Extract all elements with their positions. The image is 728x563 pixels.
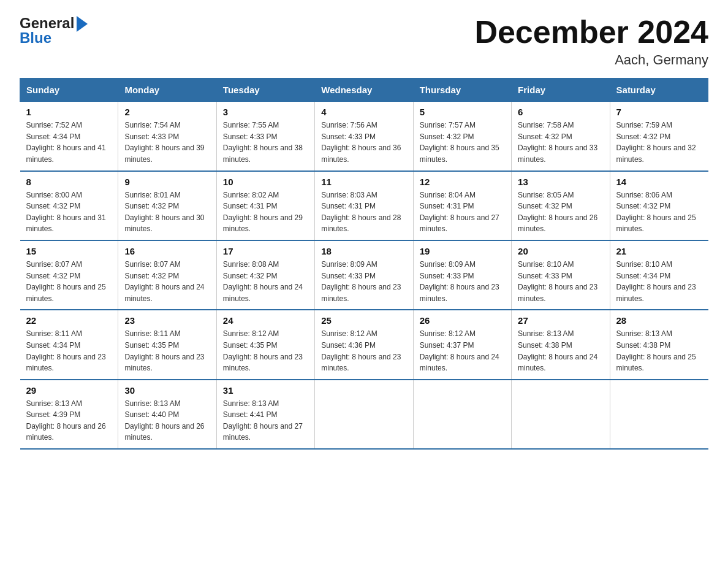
day-number: 5 bbox=[420, 107, 505, 117]
calendar-cell: 18Sunrise: 8:09 AMSunset: 4:33 PMDayligh… bbox=[315, 240, 413, 310]
day-number: 25 bbox=[321, 315, 406, 326]
day-number: 7 bbox=[616, 107, 702, 117]
day-info: Sunrise: 8:09 AMSunset: 4:33 PMDaylight:… bbox=[321, 259, 406, 304]
day-info: Sunrise: 7:55 AMSunset: 4:33 PMDaylight:… bbox=[223, 120, 308, 165]
page-header: General Blue December 2024 Aach, Germany bbox=[20, 15, 708, 68]
day-number: 28 bbox=[616, 315, 702, 326]
day-number: 10 bbox=[223, 177, 308, 187]
day-number: 11 bbox=[321, 177, 406, 187]
weekday-header-saturday: Saturday bbox=[610, 79, 708, 102]
day-info: Sunrise: 7:52 AMSunset: 4:34 PMDaylight:… bbox=[26, 120, 112, 165]
location: Aach, Germany bbox=[474, 52, 708, 68]
weekday-header-wednesday: Wednesday bbox=[315, 79, 413, 102]
day-number: 6 bbox=[518, 107, 603, 117]
day-number: 19 bbox=[420, 246, 505, 256]
calendar-cell bbox=[610, 380, 708, 449]
day-number: 18 bbox=[321, 246, 406, 256]
title-block: December 2024 Aach, Germany bbox=[474, 15, 708, 68]
calendar-cell: 19Sunrise: 8:09 AMSunset: 4:33 PMDayligh… bbox=[413, 240, 511, 310]
calendar-cell: 26Sunrise: 8:12 AMSunset: 4:37 PMDayligh… bbox=[413, 310, 511, 379]
weekday-header-thursday: Thursday bbox=[413, 79, 511, 102]
day-number: 16 bbox=[124, 246, 210, 256]
calendar-cell: 29Sunrise: 8:13 AMSunset: 4:39 PMDayligh… bbox=[20, 380, 118, 449]
day-number: 17 bbox=[223, 246, 308, 256]
day-info: Sunrise: 7:56 AMSunset: 4:33 PMDaylight:… bbox=[321, 120, 406, 165]
day-info: Sunrise: 8:02 AMSunset: 4:31 PMDaylight:… bbox=[223, 190, 308, 235]
calendar-cell: 7Sunrise: 7:59 AMSunset: 4:32 PMDaylight… bbox=[610, 102, 708, 171]
day-number: 12 bbox=[420, 177, 505, 187]
day-info: Sunrise: 7:57 AMSunset: 4:32 PMDaylight:… bbox=[420, 120, 505, 165]
calendar-cell: 27Sunrise: 8:13 AMSunset: 4:38 PMDayligh… bbox=[512, 310, 610, 379]
day-info: Sunrise: 8:03 AMSunset: 4:31 PMDaylight:… bbox=[321, 190, 406, 235]
day-number: 24 bbox=[223, 315, 308, 326]
weekday-header-sunday: Sunday bbox=[20, 79, 118, 102]
logo-blue-text: Blue bbox=[20, 29, 51, 47]
calendar-cell: 22Sunrise: 8:11 AMSunset: 4:34 PMDayligh… bbox=[20, 310, 118, 379]
logo: General Blue bbox=[20, 15, 88, 47]
calendar-cell: 8Sunrise: 8:00 AMSunset: 4:32 PMDaylight… bbox=[20, 171, 118, 240]
calendar-cell: 4Sunrise: 7:56 AMSunset: 4:33 PMDaylight… bbox=[315, 102, 413, 171]
day-number: 9 bbox=[124, 177, 210, 187]
month-title: December 2024 bbox=[474, 15, 708, 50]
day-number: 4 bbox=[321, 107, 406, 117]
day-info: Sunrise: 8:12 AMSunset: 4:35 PMDaylight:… bbox=[223, 328, 308, 373]
day-number: 21 bbox=[616, 246, 702, 256]
day-info: Sunrise: 8:09 AMSunset: 4:33 PMDaylight:… bbox=[420, 259, 505, 304]
day-info: Sunrise: 8:08 AMSunset: 4:32 PMDaylight:… bbox=[223, 259, 308, 304]
calendar-cell: 1Sunrise: 7:52 AMSunset: 4:34 PMDaylight… bbox=[20, 102, 118, 171]
calendar-cell: 5Sunrise: 7:57 AMSunset: 4:32 PMDaylight… bbox=[413, 102, 511, 171]
day-number: 8 bbox=[26, 177, 112, 187]
calendar-cell: 12Sunrise: 8:04 AMSunset: 4:31 PMDayligh… bbox=[413, 171, 511, 240]
day-info: Sunrise: 8:11 AMSunset: 4:34 PMDaylight:… bbox=[26, 328, 112, 373]
day-info: Sunrise: 8:13 AMSunset: 4:38 PMDaylight:… bbox=[616, 328, 702, 373]
day-info: Sunrise: 8:10 AMSunset: 4:34 PMDaylight:… bbox=[616, 259, 702, 304]
day-info: Sunrise: 7:54 AMSunset: 4:33 PMDaylight:… bbox=[124, 120, 210, 165]
calendar-cell: 24Sunrise: 8:12 AMSunset: 4:35 PMDayligh… bbox=[216, 310, 314, 379]
day-number: 29 bbox=[26, 385, 112, 396]
calendar-week-1: 1Sunrise: 7:52 AMSunset: 4:34 PMDaylight… bbox=[20, 102, 708, 171]
day-info: Sunrise: 8:11 AMSunset: 4:35 PMDaylight:… bbox=[124, 328, 210, 373]
calendar-cell: 3Sunrise: 7:55 AMSunset: 4:33 PMDaylight… bbox=[216, 102, 314, 171]
day-number: 14 bbox=[616, 177, 702, 187]
calendar-week-5: 29Sunrise: 8:13 AMSunset: 4:39 PMDayligh… bbox=[20, 380, 708, 449]
day-number: 3 bbox=[223, 107, 308, 117]
day-number: 30 bbox=[124, 385, 210, 396]
day-number: 27 bbox=[518, 315, 603, 326]
weekday-header-friday: Friday bbox=[512, 79, 610, 102]
day-info: Sunrise: 8:00 AMSunset: 4:32 PMDaylight:… bbox=[26, 190, 112, 235]
day-number: 26 bbox=[420, 315, 505, 326]
calendar-week-2: 8Sunrise: 8:00 AMSunset: 4:32 PMDaylight… bbox=[20, 171, 708, 240]
calendar-cell: 23Sunrise: 8:11 AMSunset: 4:35 PMDayligh… bbox=[118, 310, 216, 379]
day-info: Sunrise: 7:58 AMSunset: 4:32 PMDaylight:… bbox=[518, 120, 603, 165]
calendar-week-3: 15Sunrise: 8:07 AMSunset: 4:32 PMDayligh… bbox=[20, 240, 708, 310]
calendar-cell: 30Sunrise: 8:13 AMSunset: 4:40 PMDayligh… bbox=[118, 380, 216, 449]
calendar-cell: 28Sunrise: 8:13 AMSunset: 4:38 PMDayligh… bbox=[610, 310, 708, 379]
calendar-cell: 21Sunrise: 8:10 AMSunset: 4:34 PMDayligh… bbox=[610, 240, 708, 310]
calendar-cell: 20Sunrise: 8:10 AMSunset: 4:33 PMDayligh… bbox=[512, 240, 610, 310]
calendar-cell: 25Sunrise: 8:12 AMSunset: 4:36 PMDayligh… bbox=[315, 310, 413, 379]
logo-arrow-icon bbox=[77, 16, 88, 32]
day-info: Sunrise: 8:06 AMSunset: 4:32 PMDaylight:… bbox=[616, 190, 702, 235]
day-number: 1 bbox=[26, 107, 112, 117]
calendar-cell: 6Sunrise: 7:58 AMSunset: 4:32 PMDaylight… bbox=[512, 102, 610, 171]
day-info: Sunrise: 7:59 AMSunset: 4:32 PMDaylight:… bbox=[616, 120, 702, 165]
day-number: 31 bbox=[223, 385, 308, 396]
day-number: 13 bbox=[518, 177, 603, 187]
calendar-cell: 9Sunrise: 8:01 AMSunset: 4:32 PMDaylight… bbox=[118, 171, 216, 240]
day-info: Sunrise: 8:12 AMSunset: 4:37 PMDaylight:… bbox=[420, 328, 505, 373]
calendar-table: SundayMondayTuesdayWednesdayThursdayFrid… bbox=[20, 78, 708, 450]
calendar-cell: 14Sunrise: 8:06 AMSunset: 4:32 PMDayligh… bbox=[610, 171, 708, 240]
day-info: Sunrise: 8:01 AMSunset: 4:32 PMDaylight:… bbox=[124, 190, 210, 235]
calendar-cell bbox=[413, 380, 511, 449]
day-info: Sunrise: 8:13 AMSunset: 4:39 PMDaylight:… bbox=[26, 398, 112, 443]
day-info: Sunrise: 8:07 AMSunset: 4:32 PMDaylight:… bbox=[26, 259, 112, 304]
day-number: 15 bbox=[26, 246, 112, 256]
day-number: 20 bbox=[518, 246, 603, 256]
day-info: Sunrise: 8:04 AMSunset: 4:31 PMDaylight:… bbox=[420, 190, 505, 235]
day-info: Sunrise: 8:12 AMSunset: 4:36 PMDaylight:… bbox=[321, 328, 406, 373]
day-info: Sunrise: 8:13 AMSunset: 4:38 PMDaylight:… bbox=[518, 328, 603, 373]
calendar-cell: 17Sunrise: 8:08 AMSunset: 4:32 PMDayligh… bbox=[216, 240, 314, 310]
calendar-cell: 16Sunrise: 8:07 AMSunset: 4:32 PMDayligh… bbox=[118, 240, 216, 310]
calendar-cell: 11Sunrise: 8:03 AMSunset: 4:31 PMDayligh… bbox=[315, 171, 413, 240]
calendar-cell bbox=[512, 380, 610, 449]
